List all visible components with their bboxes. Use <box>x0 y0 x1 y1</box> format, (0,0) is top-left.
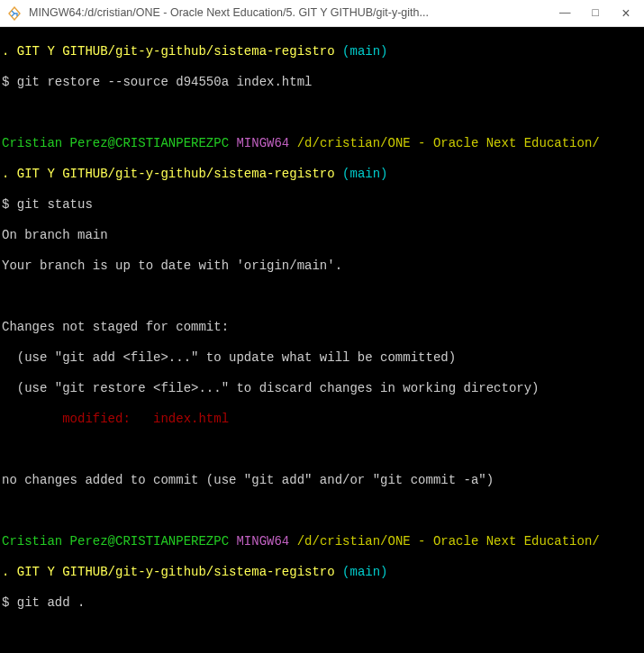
window-titlebar: MINGW64:/d/cristian/ONE - Oracle Next Ed… <box>0 0 644 27</box>
blank-line <box>2 626 644 641</box>
terminal-view[interactable]: . GIT Y GITHUB/git-y-github/sistema-regi… <box>0 27 644 653</box>
cwd-line: . GIT Y GITHUB/git-y-github/sistema-regi… <box>2 167 644 182</box>
minimize-button[interactable]: — <box>559 5 570 21</box>
status-hint-restore: (use "git restore <file>..." to discard … <box>2 381 644 396</box>
cwd-line: . GIT Y GITHUB/git-y-github/sistema-regi… <box>2 44 644 59</box>
window-controls: — □ × <box>554 5 637 21</box>
status-no-changes: no changes added to commit (use "git add… <box>2 473 644 488</box>
cmd-git-restore: $ git restore --source d94550a index.htm… <box>2 75 644 90</box>
blank-line <box>2 442 644 458</box>
maximize-button[interactable]: □ <box>590 5 601 21</box>
prompt-line: Cristian Perez@CRISTIANPEREZPC MINGW64 /… <box>2 136 644 151</box>
cmd-git-status: $ git status <box>2 197 644 213</box>
status-hint-add: (use "git add <file>..." to update what … <box>2 350 644 366</box>
blank-line <box>2 503 644 519</box>
cmd-git-add: $ git add . <box>2 595 644 611</box>
cwd-line: . GIT Y GITHUB/git-y-github/sistema-regi… <box>2 565 644 580</box>
status-branch: On branch main <box>2 228 644 243</box>
window-title: MINGW64:/d/cristian/ONE - Oracle Next Ed… <box>29 5 554 21</box>
status-not-staged: Changes not staged for commit: <box>2 320 644 335</box>
prompt-line: Cristian Perez@CRISTIANPEREZPC MINGW64 /… <box>2 534 644 549</box>
close-button[interactable]: × <box>621 5 631 21</box>
blank-line <box>2 289 644 304</box>
status-uptodate: Your branch is up to date with 'origin/m… <box>2 258 644 274</box>
blank-line <box>2 105 644 121</box>
status-modified: modified: index.html <box>2 412 644 427</box>
app-logo-icon <box>7 6 22 21</box>
